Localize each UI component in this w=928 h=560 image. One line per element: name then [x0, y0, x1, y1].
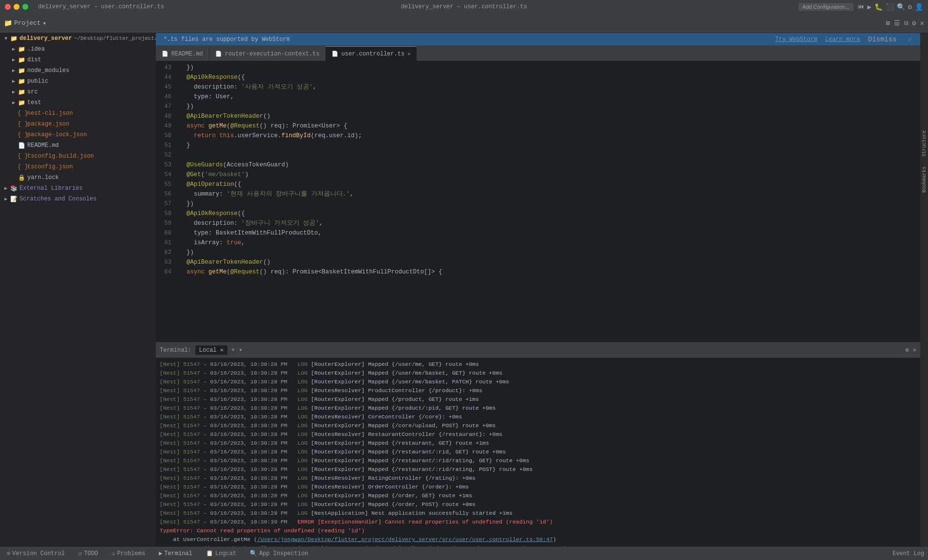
step-over-icon[interactable]: ⏮ — [857, 3, 864, 11]
terminal-local-tab[interactable]: Local ✕ — [195, 345, 227, 355]
close-panel-icon[interactable]: ✕ — [920, 19, 924, 27]
term-line-5: [Nest] 51547 - 03/16/2023, 10:30:28 PM L… — [160, 395, 916, 404]
idea-arrow: ▶ — [10, 46, 18, 52]
root-path-label: ~/Desktop/flutter_project/delivery_serve… — [74, 36, 156, 41]
tree-item-readme[interactable]: 📄 README.md — [0, 140, 156, 151]
terminal-dropdown-icon[interactable]: ▾ — [239, 346, 242, 354]
code-line-64: async getMe(@Request() req): Promise<Bas… — [179, 267, 916, 277]
version-control-tab[interactable]: ⊙ Version Control — [4, 549, 68, 558]
code-line-56: summary: '현재 사용자의 장바구니를 가져옵니다.', — [179, 189, 916, 199]
maximize-button[interactable] — [22, 4, 28, 10]
code-line-49: async getMe(@Request() req): Promise<Use… — [179, 121, 916, 131]
notification-bar: *.ts files are supported by WebStorm Try… — [156, 33, 920, 45]
project-sidebar: ▼ 📁 delivery_server ~/Desktop/flutter_pr… — [0, 33, 156, 546]
code-line-44: @Api0kResponse({ — [179, 72, 916, 82]
tab-user-controller[interactable]: 📄 user.controller.ts ✕ — [326, 46, 417, 61]
tree-item-tsconfig[interactable]: { } tsconfig.json — [0, 162, 156, 172]
settings-icon[interactable]: ⚙ — [912, 19, 916, 27]
todo-icon: ☑ — [78, 550, 82, 557]
tree-item-public[interactable]: ▶ 📁 public — [0, 76, 156, 87]
tree-item-yarn[interactable]: 🔒 yarn.lock — [0, 172, 156, 183]
code-line-43: }) — [179, 63, 916, 72]
term-line-3: [Nest] 51547 - 03/16/2023, 10:30:28 PM L… — [160, 378, 916, 386]
code-line-62: }) — [179, 248, 916, 257]
tree-item-tsconfig-build[interactable]: { } tsconfig.build.json — [0, 151, 156, 162]
collapse-icon[interactable]: ⊟ — [904, 19, 908, 27]
todo-tab[interactable]: ☑ TODO — [75, 549, 101, 558]
package-lock-label: package-lock.json — [27, 131, 87, 138]
code-line-59: description: '장바구니 가져오기 성공', — [179, 218, 916, 228]
debug-icon[interactable]: 🐛 — [874, 3, 883, 11]
nest-cli-icon: { } — [18, 110, 25, 117]
tree-item-test[interactable]: ▶ 📁 test — [0, 97, 156, 108]
term-line-13: [Nest] 51547 - 03/16/2023, 10:30:28 PM L… — [160, 465, 916, 474]
term-stack-1: at UserController.getMe (/Users/jongwan/… — [160, 535, 916, 544]
src-label: src — [27, 89, 38, 95]
app-inspection-tab[interactable]: 🔍 App Inspection — [247, 549, 311, 558]
logcat-tab[interactable]: 📋 Logcat — [203, 549, 239, 558]
close-tab-icon[interactable]: ✕ — [408, 51, 410, 57]
terminal-bottom-tab[interactable]: ▶ Terminal — [156, 549, 195, 558]
scratches-label: Scratches and Consoles — [19, 196, 96, 202]
terminal-settings-icon[interactable]: ⚙ — [906, 346, 909, 354]
tab-readme[interactable]: 📄 README.md — [156, 46, 209, 61]
tree-item-dist[interactable]: ▶ 📁 dist — [0, 54, 156, 65]
user-icon[interactable]: 👤 — [915, 3, 923, 11]
term-line-11: [Nest] 51547 - 03/16/2023, 10:30:28 PM L… — [160, 448, 916, 456]
code-line-61: isArray: true, — [179, 238, 916, 248]
tree-item-external-libs[interactable]: ▶ 📚 External Libraries — [0, 183, 156, 194]
tree-item-node-modules[interactable]: ▶ 📁 node_modules — [0, 65, 156, 76]
readme-tab-label: README.md — [171, 51, 203, 57]
problems-tab[interactable]: ⚠ Problems — [109, 549, 148, 558]
code-line-50: return this.userService.findById(req.use… — [179, 131, 916, 141]
project-dropdown[interactable]: 📁 Project ▾ — [4, 19, 46, 27]
tree-item-src[interactable]: ▶ 📁 src — [0, 87, 156, 97]
try-webstorm-link[interactable]: Try WebStorm — [775, 36, 817, 43]
tree-item-nest-cli[interactable]: { } nest-cli.json — [0, 108, 156, 119]
project-folder-icon: 📁 — [4, 19, 12, 27]
close-button[interactable] — [5, 4, 11, 10]
list-icon[interactable]: ☰ — [894, 19, 900, 27]
run-icon[interactable]: ▶ — [867, 3, 871, 11]
tsconfig-build-label: tsconfig.build.json — [27, 153, 94, 160]
line-numbers: 4344454647 4849505152 5354555657 5859606… — [156, 61, 175, 342]
title-bar: delivery_server – user.controller.ts del… — [0, 0, 928, 14]
tree-item-idea[interactable]: ▶ 📁 .idea — [0, 44, 156, 54]
learn-more-link[interactable]: Learn more — [825, 36, 860, 43]
structure-icon[interactable]: ⊞ — [886, 19, 890, 27]
term-line-18: [Nest] 51547 - 03/16/2023, 10:30:28 PM L… — [160, 509, 916, 518]
tree-item-package-lock[interactable]: { } package-lock.json — [0, 129, 156, 140]
dist-folder-icon: 📁 — [18, 56, 25, 64]
settings-icon[interactable]: ⚙ — [908, 3, 912, 11]
tab-router[interactable]: 📄 router-execution-context.ts — [209, 46, 326, 61]
code-line-51: } — [179, 141, 916, 150]
idea-label: .idea — [27, 46, 45, 53]
yarn-icon: 🔒 — [18, 174, 25, 181]
structure-side-label[interactable]: Structure — [922, 130, 927, 157]
logcat-icon: 📋 — [206, 550, 213, 557]
search-icon[interactable]: 🔍 — [897, 3, 905, 11]
terminal-close-icon[interactable]: ✕ — [913, 346, 916, 354]
stop-icon[interactable]: ⬛ — [886, 3, 894, 11]
minimize-button[interactable] — [14, 4, 19, 10]
term-line-6: [Nest] 51547 - 03/16/2023, 10:30:28 PM L… — [160, 404, 916, 413]
term-line-error: [Nest] 51547 - 03/16/2023, 10:30:39 PM E… — [160, 518, 916, 526]
dismiss-button[interactable]: Dismiss — [868, 36, 897, 43]
tree-item-scratches[interactable]: ▶ 📝 Scratches and Consoles — [0, 194, 156, 204]
app-name: delivery_server – user.controller.ts — [38, 3, 164, 10]
terminal-area: Terminal: Local ✕ + ▾ ⚙ ✕ [Nest] 51547 -… — [156, 342, 920, 546]
tree-item-package[interactable]: { } package.json — [0, 119, 156, 129]
tree-root[interactable]: ▼ 📁 delivery_server ~/Desktop/flutter_pr… — [0, 33, 156, 44]
dist-arrow: ▶ — [10, 57, 18, 63]
add-terminal-icon[interactable]: + — [231, 347, 235, 354]
user-tab-icon: 📄 — [332, 51, 338, 57]
code-editor: 4344454647 4849505152 5354555657 5859606… — [156, 61, 920, 342]
bookmarks-side-label[interactable]: Bookmarks — [922, 166, 927, 193]
file-tree: ▼ 📁 delivery_server ~/Desktop/flutter_pr… — [0, 33, 156, 546]
version-control-label: Version Control — [12, 550, 65, 557]
tab-bar: 📄 README.md 📄 router-execution-context.t… — [156, 45, 920, 61]
add-configuration-button[interactable]: Add Configuration... — [798, 3, 854, 11]
tsconfig-label: tsconfig.json — [27, 163, 73, 170]
code-line-52 — [179, 150, 916, 160]
event-log-button[interactable]: Event Log — [892, 550, 924, 557]
